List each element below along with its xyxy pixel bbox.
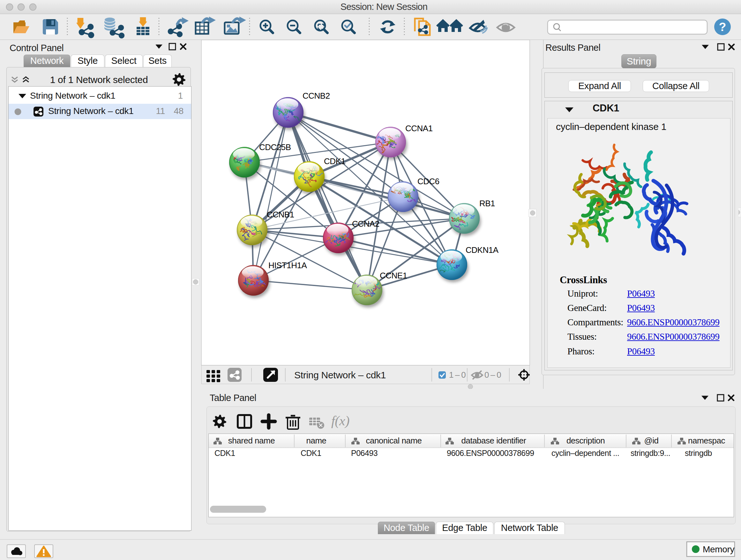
svg-text:CDK1: CDK1 <box>324 157 345 166</box>
svg-text:name: name <box>306 436 326 445</box>
svg-text:String Network – cdk1: String Network – cdk1 <box>294 370 386 380</box>
svg-text:CDKN1A: CDKN1A <box>466 245 499 255</box>
svg-text:HIST1H1A: HIST1H1A <box>268 260 307 270</box>
svg-text:CDC25B: CDC25B <box>259 142 291 152</box>
svg-text:CCNA1: CCNA1 <box>405 124 433 133</box>
svg-text:CCNA2: CCNA2 <box>352 219 380 229</box>
svg-text:CCNE1: CCNE1 <box>380 271 407 280</box>
svg-text:0 – 0: 0 – 0 <box>484 370 501 380</box>
svg-text:CCNB1: CCNB1 <box>267 210 294 219</box>
svg-text:Memory: Memory <box>703 544 735 554</box>
svg-text:shared name: shared name <box>228 436 275 445</box>
svg-text:f(x): f(x) <box>331 414 349 428</box>
svg-text:1 – 0: 1 – 0 <box>449 370 466 380</box>
svg-text:@id: @id <box>644 436 658 445</box>
svg-text:database identifier: database identifier <box>461 436 527 445</box>
svg-text:RB1: RB1 <box>479 199 495 208</box>
svg-text:description: description <box>566 436 605 445</box>
svg-text:CDC6: CDC6 <box>417 177 440 186</box>
svg-text:namespac: namespac <box>688 436 725 445</box>
svg-text:CCNB2: CCNB2 <box>302 91 330 101</box>
svg-text:canonical name: canonical name <box>366 436 421 445</box>
